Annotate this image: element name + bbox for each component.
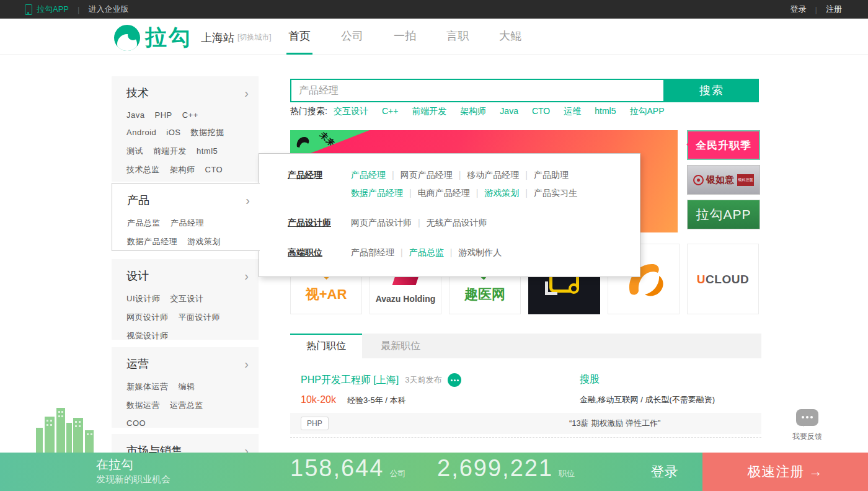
lagou-app-banner[interactable]: 拉勾APP bbox=[687, 200, 760, 229]
sidebar-link[interactable]: 新媒体运营 bbox=[126, 382, 169, 391]
search-input[interactable] bbox=[290, 79, 665, 102]
category-header[interactable]: 技术› bbox=[126, 86, 249, 100]
category-links-row: 视觉设计师 bbox=[126, 330, 249, 342]
topbar-register-link[interactable]: 注册 bbox=[826, 4, 842, 15]
company-name-link[interactable]: 搜股 bbox=[580, 373, 600, 386]
sidebar-link[interactable]: 数据运营 bbox=[126, 400, 160, 410]
sidebar-link[interactable]: 产品经理 bbox=[170, 218, 204, 228]
sidebar-link[interactable]: 前端开发 bbox=[153, 146, 187, 156]
popup-link[interactable]: 产品总监 bbox=[409, 247, 444, 257]
sidebar-link[interactable]: COO bbox=[126, 418, 146, 428]
popup-link[interactable]: 产品部经理 bbox=[351, 247, 394, 257]
sidebar-link[interactable]: 运营总监 bbox=[170, 400, 203, 410]
lagou-logo-text[interactable]: 拉勾 bbox=[145, 23, 192, 52]
popup-link[interactable]: 产品助理 bbox=[534, 170, 569, 180]
top-utility-bar: 拉勾APP | 进入企业版 登录 | 注册 bbox=[0, 0, 868, 19]
sidebar-link[interactable]: 网页设计师 bbox=[126, 312, 169, 322]
popup-link[interactable]: 电商产品经理 bbox=[418, 188, 470, 198]
category-title[interactable]: 设计 bbox=[126, 268, 149, 283]
job-skill-tag[interactable]: PHP bbox=[301, 417, 329, 430]
popup-link[interactable]: 游戏制作人 bbox=[458, 247, 502, 257]
popup-group: 高端职位产品部经理|产品总监|游戏制作人 bbox=[288, 244, 640, 262]
popup-group-label[interactable]: 产品经理 bbox=[288, 166, 351, 202]
popup-link[interactable]: 移动产品经理 bbox=[467, 170, 519, 180]
sidebar-link[interactable]: 编辑 bbox=[179, 382, 195, 391]
sidebar-link[interactable]: 技术总监 bbox=[126, 165, 160, 174]
popup-link[interactable]: 产品实习生 bbox=[534, 188, 577, 198]
footer-subtitle: 发现新的职业机会 bbox=[96, 474, 170, 485]
category-links-row: 数据产品经理游戏策划 bbox=[127, 236, 250, 247]
feedback-widget[interactable]: 我要反馈 bbox=[779, 409, 836, 442]
popup-link[interactable]: 网页产品经理 bbox=[401, 170, 453, 180]
sidebar-link[interactable]: 数据产品经理 bbox=[127, 237, 177, 246]
sidebar-link[interactable]: 平面设计师 bbox=[179, 312, 221, 322]
sidebar-link[interactable]: 交互设计 bbox=[170, 294, 204, 303]
hot-search-link[interactable]: 前端开发 bbox=[412, 106, 446, 116]
nav-item-2[interactable]: 一拍 bbox=[394, 19, 416, 55]
popup-group-label[interactable]: 高端职位 bbox=[288, 244, 351, 262]
nav-item-3[interactable]: 言职 bbox=[446, 19, 469, 55]
sidebar-link[interactable]: PHP bbox=[154, 110, 172, 120]
feedback-label: 我要反馈 bbox=[779, 431, 836, 442]
hot-search-link[interactable]: 拉勾APP bbox=[629, 106, 664, 116]
footer-login-button[interactable]: 登录 bbox=[626, 453, 702, 491]
switch-city-link[interactable]: [切换城市] bbox=[237, 32, 272, 43]
sidebar-link[interactable]: CTO bbox=[205, 165, 223, 174]
promotion-banner[interactable]: 全民升职季 bbox=[687, 130, 760, 160]
sidebar-link[interactable]: 产品总监 bbox=[127, 218, 161, 228]
sidebar-link[interactable]: 视觉设计师 bbox=[126, 331, 169, 340]
company-tile-ucloud[interactable]: UCLOUD bbox=[687, 244, 759, 314]
chat-bubble-icon[interactable] bbox=[448, 373, 461, 387]
tab-latest-jobs[interactable]: 最新职位 bbox=[381, 334, 420, 358]
popup-link[interactable]: 数据产品经理 bbox=[351, 188, 403, 198]
lagou-homepage: 拉勾APP | 进入企业版 登录 | 注册 拉勾 上海站 [切换城市] 首页公司… bbox=[0, 0, 868, 491]
hot-search-link[interactable]: C++ bbox=[382, 106, 398, 116]
topbar-login-link[interactable]: 登录 bbox=[790, 4, 807, 15]
sidebar-link[interactable]: iOS bbox=[166, 128, 180, 137]
sidebar-link[interactable]: Android bbox=[126, 128, 156, 137]
nav-item-0[interactable]: 首页 bbox=[288, 19, 311, 55]
sidebar-link[interactable]: 游戏策划 bbox=[187, 237, 221, 246]
popup-group: 产品设计师网页产品设计师|无线产品设计师 bbox=[288, 214, 640, 232]
popup-link[interactable]: 网页产品设计师 bbox=[351, 218, 412, 228]
category-header[interactable]: 产品› bbox=[127, 193, 250, 208]
category-title[interactable]: 运营 bbox=[126, 356, 149, 371]
enterprise-link[interactable]: 进入企业版 bbox=[88, 4, 128, 15]
lagou-logo-icon[interactable] bbox=[114, 25, 140, 51]
yinruyi-ad-banner[interactable]: 银如意 银科控股 bbox=[687, 165, 760, 195]
job-listing-row[interactable]: PHP开发工程师 [上海] 3天前发布 10k-20k 经验3-5年 / 本科 … bbox=[290, 358, 761, 438]
search-button[interactable]: 搜索 bbox=[665, 79, 759, 102]
footer-register-button[interactable]: 极速注册 → bbox=[702, 453, 868, 491]
nav-item-4[interactable]: 大鲲 bbox=[499, 19, 521, 55]
category-links-row: 产品总监产品经理 bbox=[127, 218, 250, 229]
company-name: Avazu Holding bbox=[376, 294, 436, 304]
hot-search-link[interactable]: 交互设计 bbox=[334, 106, 368, 116]
popup-link[interactable]: 游戏策划 bbox=[484, 188, 519, 198]
sidebar-link[interactable]: C++ bbox=[182, 110, 198, 120]
sidebar-link[interactable]: 架构师 bbox=[170, 165, 195, 174]
arm-flex-icon bbox=[295, 135, 311, 148]
sidebar-link[interactable]: 测试 bbox=[126, 146, 143, 156]
category-popup: 产品经理产品经理|网页产品经理|移动产品经理|产品助理数据产品经理|电商产品经理… bbox=[259, 153, 640, 277]
sidebar-link[interactable]: UI设计师 bbox=[126, 294, 161, 303]
category-title[interactable]: 产品 bbox=[127, 193, 149, 208]
popup-link[interactable]: 产品经理 bbox=[351, 170, 386, 180]
nav-item-1[interactable]: 公司 bbox=[341, 19, 363, 55]
hot-search-link[interactable]: Java bbox=[500, 106, 518, 116]
tab-hot-jobs[interactable]: 热门职位 bbox=[290, 334, 362, 358]
category-title[interactable]: 技术 bbox=[126, 86, 149, 100]
popup-group-label[interactable]: 产品设计师 bbox=[288, 214, 351, 232]
sidebar-link[interactable]: html5 bbox=[197, 146, 218, 156]
hot-search-link[interactable]: 架构师 bbox=[460, 106, 486, 116]
hot-search-link[interactable]: CTO bbox=[532, 106, 550, 116]
banner-corner-text: 未来 bbox=[317, 130, 338, 149]
sidebar-link[interactable]: Java bbox=[126, 110, 144, 120]
hot-search-link[interactable]: html5 bbox=[595, 106, 616, 116]
category-header[interactable]: 运营› bbox=[126, 356, 249, 371]
app-download-link[interactable]: 拉勾APP bbox=[37, 4, 69, 15]
category-header[interactable]: 设计› bbox=[126, 268, 249, 283]
sidebar-link[interactable]: 数据挖掘 bbox=[190, 128, 224, 137]
popup-link[interactable]: 无线产品设计师 bbox=[427, 218, 487, 228]
job-title-link[interactable]: PHP开发工程师 [上海] bbox=[301, 374, 399, 387]
hot-search-link[interactable]: 运维 bbox=[564, 106, 581, 116]
